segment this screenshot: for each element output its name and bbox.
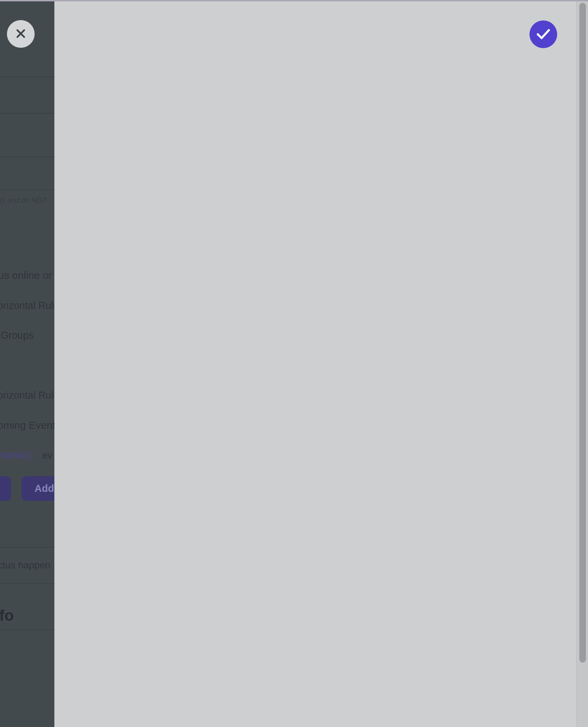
- sidebar-section-title-fragment: fo: [0, 607, 14, 624]
- scrollbar-thumb[interactable]: [579, 3, 586, 663]
- divider: [0, 547, 54, 548]
- sidebar-horizontal-rule-fragment: orizontal Rule: [0, 300, 54, 311]
- sidebar-dynamic-value-fragment: ev: [42, 450, 52, 461]
- sidebar-horizontal-rule-fragment: orizontal Rule: [0, 390, 54, 401]
- add-button: Add: [21, 476, 54, 501]
- sidebar-heading-fragment: us online or i: [0, 269, 54, 281]
- divider: [0, 157, 54, 157]
- sidebar-dynamic-fragment: ynamic):: [0, 450, 34, 461]
- check-icon: [529, 20, 557, 49]
- divider: [0, 189, 54, 190]
- sidebar-groups-fragment: Groups: [1, 330, 34, 341]
- divider: [0, 629, 54, 630]
- divider: [0, 77, 54, 77]
- sidebar-text-fragment: ctus happen: [0, 560, 51, 571]
- close-button[interactable]: [7, 20, 35, 48]
- app-root: e) and do NOT us online or i orizontal R…: [0, 0, 588, 727]
- sidebar-button-stub: [0, 476, 11, 501]
- background-sidebar: e) and do NOT us online or i orizontal R…: [0, 0, 54, 727]
- sidebar-note-fragment: e) and do NOT: [0, 196, 47, 204]
- divider: [0, 113, 54, 114]
- save-confirm-button[interactable]: [529, 20, 557, 48]
- sidebar-events-fragment: oming Events: [0, 419, 54, 431]
- block-editor-panel: [54, 1, 588, 727]
- close-icon: [12, 25, 30, 44]
- top-window-strip: [0, 0, 588, 1]
- divider: [0, 583, 54, 584]
